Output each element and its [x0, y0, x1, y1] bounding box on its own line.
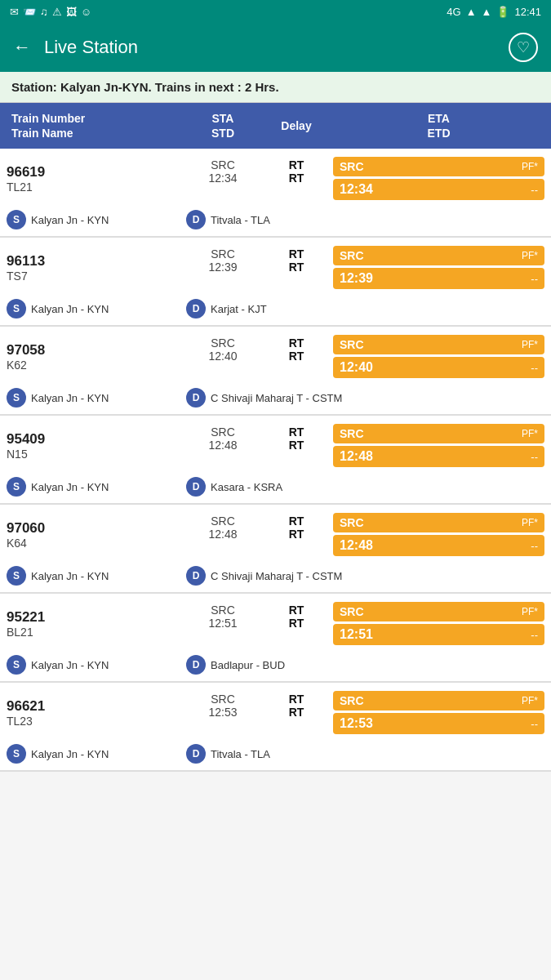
sta-col: SRC 12:48	[186, 513, 260, 556]
col-train-header: Train Number Train Name	[7, 111, 186, 140]
envelope-icon: 📨	[23, 6, 36, 18]
dest-station-row: D Kasara - KSRA	[186, 477, 544, 497]
etd-time: 12:39	[340, 271, 373, 286]
eta-box: SRC PF*	[333, 602, 544, 621]
etd-box: 12:34 --	[333, 179, 544, 200]
delay-line1: RT	[289, 247, 304, 261]
source-station-row: S Kalyan Jn - KYN	[7, 477, 186, 497]
dest-station-row: D Titvala - TLA	[186, 744, 544, 764]
delay-col: RT RT	[260, 602, 333, 645]
dest-station-name: Kasara - KSRA	[211, 481, 282, 493]
dest-badge: D	[186, 744, 206, 764]
sta-col: SRC 12:48	[186, 424, 260, 467]
smiley-icon: ☺	[81, 6, 91, 18]
etd-box: 12:39 --	[333, 268, 544, 289]
delay-line2: RT	[289, 172, 304, 185]
app-header: ← Live Station ♡	[0, 23, 551, 72]
dest-badge: D	[186, 388, 206, 408]
source-badge: S	[7, 299, 26, 318]
time-display: 12:41	[514, 6, 541, 18]
etd-time: 12:53	[340, 716, 373, 731]
dest-station-row: D Titvala - TLA	[186, 210, 544, 229]
etd-box: 12:48 --	[333, 446, 544, 467]
station-info-bar: Station: Kalyan Jn-KYN. Trains in next :…	[0, 72, 551, 103]
platform-label: PF*	[522, 161, 538, 172]
favorite-button[interactable]: ♡	[509, 33, 538, 62]
train-info-col: 97058 K62	[7, 335, 186, 378]
sta-col: SRC 12:39	[186, 246, 260, 289]
eta-box: SRC PF*	[333, 691, 544, 710]
dest-station-row: D Karjat - KJT	[186, 299, 544, 318]
etd-time: 12:34	[340, 182, 373, 197]
train-number: 95409	[7, 431, 186, 448]
train-info-col: 96113 TS7	[7, 246, 186, 289]
train-number: 95221	[7, 609, 186, 626]
source-station-name: Kalyan Jn - KYN	[31, 570, 109, 582]
eta-col: SRC PF* 12:48 --	[333, 513, 544, 556]
eta-label: SRC	[340, 160, 364, 173]
image-icon: 🖼	[66, 6, 77, 18]
train-info-col: 95409 N15	[7, 424, 186, 467]
signal-icon-2: ▲	[482, 6, 492, 18]
eta-label: SRC	[340, 427, 364, 440]
page-title: Live Station	[44, 37, 509, 58]
eta-box: SRC PF*	[333, 424, 544, 443]
source-station-name: Kalyan Jn - KYN	[31, 392, 109, 404]
delay-col: RT RT	[260, 157, 333, 200]
delay-line1: RT	[289, 336, 304, 350]
eta-label: SRC	[340, 249, 364, 262]
delay-line2: RT	[289, 528, 304, 541]
eta-label: SRC	[340, 338, 364, 351]
dest-station-row: D C Shivaji Maharaj T - CSTM	[186, 388, 544, 408]
dest-badge: D	[186, 299, 206, 318]
eta-box: SRC PF*	[333, 157, 544, 176]
train-row[interactable]: 95221 BL21 SRC 12:51 RT RT SRC PF* 12:51…	[0, 594, 551, 683]
std-value: 12:48	[208, 439, 237, 452]
train-code: TL21	[7, 180, 186, 194]
train-row[interactable]: 96619 TL21 SRC 12:34 RT RT SRC PF* 12:34…	[0, 149, 551, 238]
eta-label: SRC	[340, 605, 364, 618]
train-row[interactable]: 97060 K64 SRC 12:48 RT RT SRC PF* 12:48 …	[0, 505, 551, 594]
train-row[interactable]: 97058 K62 SRC 12:40 RT RT SRC PF* 12:40 …	[0, 327, 551, 416]
train-number: 96113	[7, 253, 186, 270]
train-row[interactable]: 96113 TS7 SRC 12:39 RT RT SRC PF* 12:39 …	[0, 238, 551, 327]
source-badge: S	[7, 388, 26, 408]
sta-value: SRC	[211, 604, 235, 617]
train-info-col: 96621 TL23	[7, 691, 186, 734]
eta-col: SRC PF* 12:40 --	[333, 335, 544, 378]
sta-col: SRC 12:51	[186, 602, 260, 645]
sta-value: SRC	[211, 247, 235, 261]
std-value: 12:53	[208, 706, 237, 719]
train-list: 96619 TL21 SRC 12:34 RT RT SRC PF* 12:34…	[0, 149, 551, 772]
delay-line2: RT	[289, 706, 304, 719]
delay-line1: RT	[289, 604, 304, 617]
delay-line2: RT	[289, 617, 304, 630]
sta-col: SRC 12:40	[186, 335, 260, 378]
dest-station-row: D C Shivaji Maharaj T - CSTM	[186, 566, 544, 586]
eta-box: SRC PF*	[333, 335, 544, 354]
delay-line1: RT	[289, 693, 304, 706]
dest-badge: D	[186, 566, 206, 586]
back-button[interactable]: ←	[13, 37, 31, 58]
music-icon: ♫	[40, 6, 48, 18]
std-value: 12:39	[208, 261, 237, 274]
sta-col: SRC 12:53	[186, 691, 260, 734]
eta-col: SRC PF* 12:39 --	[333, 246, 544, 289]
col-delay-header: Delay	[260, 111, 333, 140]
signal-icon-1: ▲	[466, 6, 477, 18]
train-code: BL21	[7, 626, 186, 639]
train-row[interactable]: 96621 TL23 SRC 12:53 RT RT SRC PF* 12:53…	[0, 683, 551, 772]
dest-station-name: C Shivaji Maharaj T - CSTM	[211, 570, 342, 582]
delay-col: RT RT	[260, 513, 333, 556]
source-station-row: S Kalyan Jn - KYN	[7, 299, 186, 318]
etd-box: 12:40 --	[333, 357, 544, 378]
eta-box: SRC PF*	[333, 513, 544, 532]
delay-line1: RT	[289, 514, 304, 528]
train-row[interactable]: 95409 N15 SRC 12:48 RT RT SRC PF* 12:48 …	[0, 416, 551, 505]
eta-box: SRC PF*	[333, 246, 544, 265]
etd-time: 12:40	[340, 360, 373, 375]
source-badge: S	[7, 477, 26, 497]
delay-line2: RT	[289, 261, 304, 274]
eta-col: SRC PF* 12:51 --	[333, 602, 544, 645]
etd-dash: --	[531, 273, 538, 285]
